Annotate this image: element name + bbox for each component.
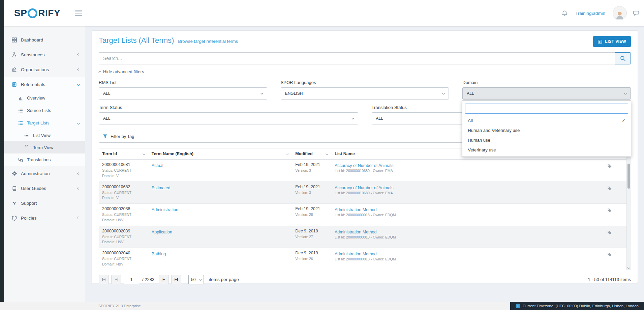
domain-select[interactable]: ALL [462,87,631,100]
sidebar-item-support[interactable]: ? Support [4,196,85,210]
sidebar-item-overview[interactable]: Overview [4,92,85,104]
list-icon [18,108,23,113]
bar-chart-icon [18,96,23,101]
search-button[interactable] [615,52,631,64]
browse-terms-link[interactable]: Browse target referential terms [178,39,238,44]
user-menu[interactable]: Training\admin [575,11,605,16]
sidebar-item-translations[interactable]: Translations [4,153,85,166]
logo[interactable]: SPRIFY [14,8,60,19]
items-per-page-label: items per page [209,277,239,282]
sidebar-item-label: Referentials [21,82,45,87]
sidebar-item-administration[interactable]: Administration [4,166,85,181]
dropdown-option-all[interactable]: All ✓ [465,116,628,125]
tag-icon[interactable] [607,186,612,191]
sidebar-item-organisations[interactable]: Organisations [4,62,85,77]
column-header-modified[interactable]: Modified [292,148,331,160]
sidebar-item-term-view[interactable]: ” Term View [4,141,85,153]
sidebar-item-substances[interactable]: Substances [4,47,85,62]
sidebar-item-source-lists[interactable]: Source Lists [4,104,85,117]
next-page-button[interactable]: ▶ [159,275,169,284]
gear-icon [11,171,17,176]
timezone-bar: i Current Timezone: (UTC+00:00) Dublin, … [510,302,644,310]
list-view-button[interactable]: LIST VIEW [593,36,631,47]
chevron-left-icon [77,53,80,56]
term-name-link[interactable]: Actual [152,163,163,168]
search-input[interactable] [99,52,615,64]
term-name-link[interactable]: Administration [152,207,178,212]
sidebar-item-label: Overview [27,95,45,101]
book-icon [11,186,17,191]
tag-icon[interactable] [607,230,612,235]
domain-dropdown-search-input[interactable] [465,104,628,114]
tag-icon[interactable] [607,164,612,168]
chevron-left-icon [77,68,80,71]
list-name-link[interactable]: Administration Method [335,230,376,234]
funnel-icon [103,134,108,139]
list-icon [18,121,23,125]
sidebar-item-label: Translations [27,157,51,162]
chat-icon[interactable] [633,10,639,17]
sidebar-item-label: Source Lists [27,108,51,113]
tag-icon[interactable] [607,252,612,257]
list-name-link[interactable]: Administration Method [335,207,376,212]
items-range-label: 1 - 50 of 114113 items [588,277,631,282]
chevron-up-icon [98,71,101,74]
modified-date: Feb 19, 2021 [295,185,328,189]
term-status: Status: CURRENT [102,190,145,196]
chevron-down-icon [77,121,80,124]
table-scrollbar[interactable] [626,148,631,270]
avatar[interactable] [613,6,627,20]
list-name-link[interactable]: Accuracy of Number of Animals [335,163,393,168]
column-header-term-id[interactable]: Term Id [99,148,148,160]
term-id: 200000010682 [102,185,145,189]
term-name-link[interactable]: Estimated [152,186,171,190]
sidebar-item-label: List View [33,133,51,138]
tag-icon[interactable] [607,208,612,213]
sidebar-item-list-view[interactable]: List View [4,129,85,141]
first-page-button[interactable]: ◀ [99,275,109,284]
sidebar-item-user-guides[interactable]: User Guides [4,181,85,196]
dropdown-option-human-and-veterinary[interactable]: Human and Veterinary use [465,125,628,135]
term-name-link[interactable]: Bathing [152,252,166,256]
term-status-filter: Term Status ALL [99,105,358,124]
list-name-link[interactable]: Accuracy of Number of Animals [335,186,393,190]
rms-list-select[interactable]: ALL [99,87,267,100]
chevron-down-icon [260,92,263,94]
column-header-list-name[interactable]: List Name [331,148,475,160]
term-status-select[interactable]: ALL [99,112,358,124]
previous-page-button[interactable]: ◀ [111,275,121,284]
page-size-select[interactable]: 50 [188,275,204,284]
dropdown-option-veterinary[interactable]: Veterinary use [465,145,628,155]
scroll-down-icon[interactable] [627,266,630,269]
chevron-down-icon [442,92,445,94]
column-header-term-name[interactable]: Term Name (English) [148,148,292,160]
filter-label: Term Status [99,105,358,110]
list-info: List Id: 200000000013 - Owner: EDQM [335,257,471,262]
check-icon: ✓ [622,118,625,123]
sidebar-item-referentials[interactable]: Referentials [4,77,85,92]
hamburger-menu-icon[interactable] [75,10,82,16]
term-version: Version: 26 [295,256,328,262]
term-id: 200000002040 [102,251,145,255]
scrollbar-thumb[interactable] [627,164,630,189]
sidebar-item-policies[interactable]: Policies [4,210,85,225]
list-name-link[interactable]: Administration Method [335,252,376,256]
page-number-input[interactable] [124,275,139,284]
title-row: Target Lists (All Terms) Browse target r… [99,36,631,47]
domain-dropdown: All ✓ Human and Veterinary use Human use… [462,101,631,157]
dropdown-option-human[interactable]: Human use [465,135,628,145]
logo-text-prefix: SP [14,8,27,19]
sidebar-item-target-lists[interactable]: Target Lists [4,117,85,129]
term-status: Status: CURRENT [102,256,145,262]
domain-dropdown-options: All ✓ Human and Veterinary use Human use… [465,116,628,155]
last-page-button[interactable]: ▶ [171,275,181,284]
sidebar-item-dashboard[interactable]: Dashboard [4,32,85,47]
hide-advanced-filters-toggle[interactable]: Hide advanced filters [99,69,144,74]
term-name-link[interactable]: Application [152,230,172,234]
terms-table: Term Id Term Name (English) Modified Lis… [99,148,631,270]
app-version-label: SPORIFY 21.3 Enterprise [98,304,141,308]
spor-languages-select[interactable]: ENGLISH [281,87,449,100]
notifications-bell-icon[interactable] [561,10,568,17]
term-id: 200000002039 [102,229,145,233]
term-version: Version: 3 [295,190,328,196]
